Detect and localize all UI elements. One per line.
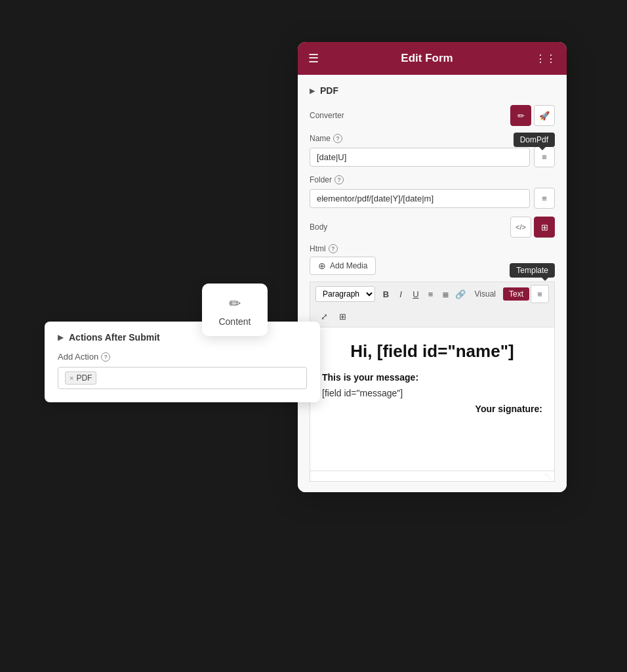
add-media-icon: ⊕ [318,261,326,271]
resize-dots-icon: ⋱ [545,472,552,480]
editor-heading: Hi, [field id="name"] [322,341,542,363]
body-field-row: Body </> ⊞ [310,217,555,238]
body-code-btn[interactable]: </> [510,217,531,238]
pdf-section-header: ▶ PDF [310,85,555,96]
converter-label: Converter [310,111,344,120]
editor-stack-icon[interactable]: ≡ [531,285,549,303]
html-help-icon[interactable]: ? [329,244,338,253]
content-card[interactable]: ✏ Content [202,284,268,336]
actions-panel-title: Actions After Submit [69,332,160,343]
converter-edit-btn[interactable]: ✏ [510,105,531,126]
visual-tab[interactable]: Visual [469,287,502,301]
add-action-help-icon[interactable]: ? [101,352,110,362]
converter-buttons: ✏ 🚀 [510,105,555,126]
action-input-wrapper[interactable]: × PDF [58,367,307,389]
folder-label: Folder ? [310,175,555,184]
panel-body: DomPdf ▶ PDF Converter ✏ 🚀 Name ? [298,75,567,492]
name-input-group: ≡ [310,146,555,167]
dompdf-tooltip: DomPdf [514,133,555,147]
panel-header: ☰ Edit Form ⋮⋮ [298,42,567,75]
pdf-section-title: PDF [320,85,338,96]
folder-field-row: Folder ? ≡ [310,175,555,209]
grid-icon[interactable]: ⋮⋮ [535,52,556,65]
editor-toolbar: Paragraph B I U ≡ ≣ 🔗 Visual Text ≡ [310,282,555,306]
italic-btn[interactable]: I [394,285,408,303]
folder-input[interactable] [310,189,530,208]
body-label: Body [310,222,327,232]
folder-input-group: ≡ [310,188,555,209]
body-template-btn[interactable]: ⊞ [534,217,555,238]
hamburger-menu-icon[interactable]: ☰ [308,51,319,66]
text-tab[interactable]: Text [503,287,529,301]
editor-signature-line: Your signature: [322,404,542,414]
editor-resize-handle[interactable]: ⋱ [310,471,555,482]
editor-bold-line: This is your message: [322,372,542,383]
underline-btn[interactable]: U [409,285,423,303]
bold-btn[interactable]: B [379,285,393,303]
pencil-icon: ✏ [229,295,241,312]
html-label: Html ? [310,244,555,253]
edit-form-panel: ☰ Edit Form ⋮⋮ DomPdf ▶ PDF Converter ✏ … [298,42,567,492]
unordered-list-btn[interactable]: ≡ [424,285,437,303]
paragraph-select[interactable]: Paragraph [315,286,375,302]
folder-help-icon[interactable]: ? [334,175,344,184]
panel-title: Edit Form [401,52,453,65]
editor-toolbar-row2: ⤢ ⊞ [310,306,555,327]
actions-after-submit-panel: ▶ Actions After Submit Add Action ? × PD… [45,322,320,402]
content-card-label: Content [218,316,251,327]
pdf-tag-remove[interactable]: × [70,374,73,382]
link-btn[interactable]: 🔗 [454,285,468,303]
name-help-icon[interactable]: ? [333,134,342,143]
table-btn[interactable]: ⊞ [334,308,351,325]
editor-normal-line: [field id="message"] [322,388,542,398]
pdf-tag: × PDF [65,371,96,385]
editor-content[interactable]: Hi, [field id="name"] This is your messa… [310,327,555,471]
actions-panel-header: ▶ Actions After Submit [58,332,307,343]
converter-rocket-btn[interactable]: 🚀 [534,105,555,126]
ordered-list-btn[interactable]: ≣ [439,285,453,303]
pdf-section-arrow[interactable]: ▶ [310,87,315,95]
name-input[interactable] [310,148,530,167]
add-media-button[interactable]: ⊕ Add Media [310,257,376,275]
editor-tabs: Visual Text ≡ [469,285,549,303]
converter-field-row: Converter ✏ 🚀 [310,105,555,126]
add-action-label: Add Action ? [58,352,307,362]
template-tooltip: Template [510,263,555,278]
collapse-arrow-icon[interactable]: ▶ [58,333,64,342]
body-buttons: </> ⊞ [510,217,555,238]
folder-stack-icon-btn[interactable]: ≡ [534,188,555,209]
